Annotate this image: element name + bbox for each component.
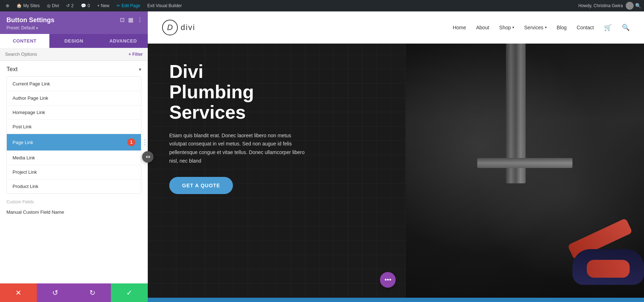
page-link-item[interactable]: Page Link 1 ⋮: [7, 134, 141, 151]
search-bar: + Filter: [0, 48, 148, 61]
logo-icon: D: [162, 20, 178, 35]
list-item[interactable]: Post Link: [7, 120, 141, 134]
more-options-icon[interactable]: ⋮: [142, 138, 148, 146]
new-button[interactable]: + New: [94, 2, 112, 10]
close-button[interactable]: ✕: [0, 283, 37, 302]
cart-icon[interactable]: 🛒: [604, 24, 612, 31]
list-item[interactable]: Product Link: [7, 179, 141, 193]
close-icon: ✕: [15, 288, 21, 297]
preset-chevron-icon: ▾: [36, 26, 38, 30]
site-nav: D divi Home About Shop ▾ Services ▾ Blog…: [148, 11, 644, 44]
section-chevron-icon[interactable]: ▾: [139, 66, 141, 72]
text-section-header: Text ▾: [0, 61, 148, 76]
main-layout: Button Settings Preset: Default ▾ ⊡ ▦ ⋮ …: [0, 11, 644, 302]
left-panel: Button Settings Preset: Default ▾ ⊡ ▦ ⋮ …: [0, 11, 148, 302]
nav-link-shop[interactable]: Shop ▾: [499, 25, 514, 30]
list-item[interactable]: Media Link: [7, 151, 141, 165]
panel-preset: Preset: Default ▾: [6, 25, 141, 30]
revisions-icon: ↺: [66, 3, 70, 8]
edit-page-button[interactable]: ✏ Edit Page: [114, 2, 143, 10]
search-nav-icon[interactable]: 🔍: [622, 24, 630, 31]
redo-button[interactable]: ↻: [74, 283, 111, 302]
admin-bar: ⊕ 🏠 My Sites ◎ Divi ↺ 2 💬 0 + New ✏ Edit…: [0, 0, 644, 11]
hero-image: [406, 44, 644, 298]
link-list: Current Page Link Author Page Link Homep…: [6, 76, 141, 194]
nav-link-contact[interactable]: Contact: [577, 25, 594, 30]
list-item[interactable]: Homepage Link: [7, 105, 141, 120]
site-logo-text: divi: [181, 23, 195, 32]
tab-design[interactable]: Design: [49, 34, 99, 48]
user-greeting: Howdy, Christina Gwira: [579, 3, 623, 8]
site-logo: D divi: [162, 20, 195, 35]
list-item[interactable]: Project Link: [7, 165, 141, 179]
overlay: [406, 44, 644, 298]
hero-section: DiviPlumbingServices Etiam quis blandit …: [148, 44, 644, 298]
filter-button[interactable]: + Filter: [128, 52, 143, 57]
admin-bar-right: Howdy, Christina Gwira 🔍: [579, 2, 641, 10]
custom-field-item[interactable]: Manual Custom Field Name: [6, 208, 141, 216]
page-link-badge: 1: [127, 138, 135, 146]
save-button[interactable]: ✓: [111, 283, 148, 302]
cta-button[interactable]: GET A QUOTE: [169, 177, 233, 194]
more-options-icon[interactable]: ⋮: [137, 16, 143, 23]
exit-visual-builder-button[interactable]: Exit Visual Builder: [145, 2, 185, 10]
custom-fields-label: Custom Fields: [6, 199, 141, 204]
panel-header-icons: ⊡ ▦ ⋮: [120, 16, 143, 23]
screenshot-icon[interactable]: ⊡: [120, 16, 125, 23]
revisions-link[interactable]: ↺ 2: [63, 2, 77, 10]
divi-link[interactable]: ◎ Divi: [44, 2, 62, 10]
hero-right: [406, 44, 644, 298]
layout-icon[interactable]: ▦: [128, 16, 133, 23]
shop-chevron-icon: ▾: [512, 25, 514, 29]
wp-logo[interactable]: ⊕: [3, 2, 12, 10]
custom-fields-section: Custom Fields Manual Custom Field Name: [0, 194, 148, 219]
tabs: Content Design Advanced: [0, 34, 148, 48]
hero-title: DiviPlumbingServices: [169, 61, 388, 123]
home-icon: 🏠: [16, 3, 22, 8]
right-panel: D divi Home About Shop ▾ Services ▾ Blog…: [148, 11, 644, 302]
comments-link[interactable]: 💬 0: [78, 2, 93, 10]
list-item[interactable]: Author Page Link: [7, 91, 141, 105]
fab-button[interactable]: •••: [380, 272, 396, 288]
bottom-toolbar: ✕ ↺ ↻ ✓: [0, 283, 148, 302]
user-avatar: [626, 2, 634, 10]
tab-advanced[interactable]: Advanced: [98, 34, 148, 48]
nav-link-blog[interactable]: Blog: [557, 25, 567, 30]
blue-bar: [148, 298, 644, 302]
nav-link-home[interactable]: Home: [453, 25, 466, 30]
tab-content[interactable]: Content: [0, 34, 49, 48]
hero-subtitle: Etiam quis blandit erat. Donec laoreet l…: [169, 132, 305, 165]
pencil-icon: ✏: [117, 3, 120, 8]
nav-link-services[interactable]: Services ▾: [524, 25, 547, 30]
nav-link-about[interactable]: About: [476, 25, 489, 30]
panel-header: Button Settings Preset: Default ▾ ⊡ ▦ ⋮: [0, 11, 148, 34]
comments-icon: 💬: [81, 3, 86, 8]
divi-icon: ◎: [47, 3, 50, 8]
search-input[interactable]: [5, 51, 126, 57]
dots-icon: •••: [385, 276, 391, 284]
redo-icon: ↻: [89, 288, 96, 297]
undo-icon: ↺: [52, 288, 58, 297]
check-icon: ✓: [126, 288, 132, 297]
undo-button[interactable]: ↺: [37, 283, 74, 302]
panel-toggle-handle[interactable]: ⇔: [142, 151, 153, 163]
hero-left: DiviPlumbingServices Etiam quis blandit …: [148, 44, 406, 298]
search-icon[interactable]: 🔍: [635, 3, 641, 9]
services-chevron-icon: ▾: [545, 25, 547, 29]
list-item[interactable]: Current Page Link: [7, 77, 141, 91]
site-nav-links: Home About Shop ▾ Services ▾ Blog Contac…: [453, 24, 630, 31]
my-sites-link[interactable]: 🏠 My Sites: [14, 2, 43, 10]
section-title: Text: [6, 66, 18, 73]
